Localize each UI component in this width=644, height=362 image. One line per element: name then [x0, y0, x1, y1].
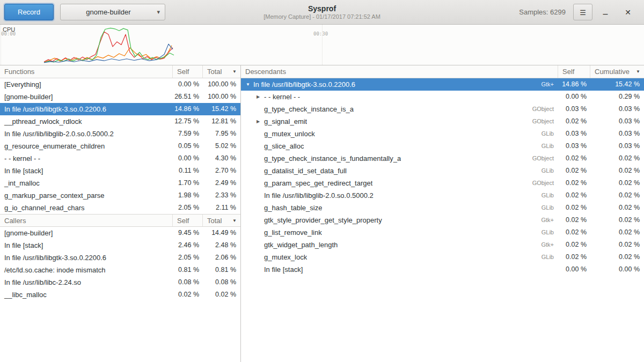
row-function-name: g_mutex_lockGLib: [241, 251, 558, 263]
table-row[interactable]: g_mutex_lockGLib0.02 %0.02 %: [241, 251, 644, 263]
row-cumulative-value: 0.02 %: [590, 177, 644, 189]
cumulative-column-header[interactable]: Cumulative ▼: [590, 65, 644, 78]
row-function-name: __libc_malloc: [0, 289, 173, 301]
row-cumulative-value: 0.00 %: [590, 263, 644, 276]
library-badge: Gtk+: [536, 239, 558, 251]
table-row[interactable]: g_markup_parse_context_parse1.98 %2.33 %: [0, 189, 240, 202]
column-label: Total: [207, 68, 222, 76]
table-row[interactable]: ▼In file /usr/lib/libgtk-3.so.0.2200.6Gt…: [241, 78, 644, 91]
table-row[interactable]: In file [stack]0.11 %2.70 %: [0, 165, 240, 177]
table-row[interactable]: [Everything]0.00 %100.00 %: [0, 78, 240, 91]
row-total-value: 0.02 %: [203, 289, 240, 301]
table-row[interactable]: [gnome-builder]26.51 %100.00 %: [0, 91, 240, 103]
row-self-value: 0.00 %: [558, 91, 590, 103]
table-row[interactable]: __libc_malloc0.02 %0.02 %: [0, 289, 240, 301]
descendants-pane: Descendants Self Cumulative ▼ ▼In file /…: [241, 65, 644, 362]
samples-count: Samples: 6299: [519, 8, 566, 16]
tree-expander-icon[interactable]: ▶: [257, 115, 264, 128]
self-column-header[interactable]: Self: [173, 65, 203, 78]
row-total-value: 14.49 %: [203, 227, 240, 239]
hamburger-menu-button[interactable]: ☰: [573, 4, 592, 20]
cpu-timeline[interactable]: CPU 00:00 00:30: [0, 25, 644, 65]
table-row[interactable]: g_param_spec_get_redirect_targetGObject0…: [241, 177, 644, 189]
table-row[interactable]: In file /usr/lib/libgtk-3.so.0.2200.62.0…: [0, 252, 240, 264]
library-badge: GLib: [536, 165, 558, 177]
row-cumulative-value: 0.03 %: [590, 115, 644, 128]
function-name-label: g_type_check_instance_is_a: [264, 103, 354, 115]
function-name-label: g_param_spec_get_redirect_target: [264, 177, 372, 189]
process-selector-value: gnome-builder: [86, 8, 130, 16]
row-self-value: 7.59 %: [173, 128, 203, 140]
self-column-header[interactable]: Self: [173, 215, 203, 226]
library-badge: GLib: [536, 251, 558, 263]
left-pane: Functions Self Total ▼ [Everything]0.00 …: [0, 65, 241, 362]
library-badge: GObject: [527, 103, 558, 115]
sort-indicator-icon: ▼: [232, 69, 238, 74]
table-row[interactable]: [gnome-builder]9.45 %14.49 %: [0, 227, 240, 239]
process-selector-dropdown[interactable]: gnome-builder ▾: [60, 4, 165, 20]
table-row[interactable]: ▶g_signal_emitGObject0.02 %0.03 %: [241, 115, 644, 128]
timeline-tick-mid: 00:30: [313, 31, 328, 36]
row-self-value: 9.45 %: [173, 227, 203, 239]
table-row[interactable]: g_type_check_instance_is_aGObject0.03 %0…: [241, 103, 644, 115]
table-row[interactable]: ▶- - kernel - -0.00 %0.29 %: [241, 91, 644, 103]
table-row[interactable]: In file /usr/lib/libglib-2.0.so.0.5000.2…: [241, 189, 644, 202]
table-row[interactable]: g_datalist_id_set_data_fullGLib0.02 %0.0…: [241, 165, 644, 177]
table-row[interactable]: g_slice_allocGLib0.03 %0.03 %: [241, 140, 644, 152]
library-badge: GLib: [536, 128, 558, 140]
functions-table: [Everything]0.00 %100.00 %[gnome-builder…: [0, 78, 240, 214]
descendants-table-header: Descendants Self Cumulative ▼: [241, 65, 644, 78]
table-row[interactable]: _int_malloc1.70 %2.49 %: [0, 177, 240, 189]
row-self-value: 0.81 %: [173, 264, 203, 276]
table-row[interactable]: /etc/ld.so.cache: inode mismatch0.81 %0.…: [0, 264, 240, 276]
table-row[interactable]: gtk_style_provider_get_style_propertyGtk…: [241, 214, 644, 226]
callers-table: [gnome-builder]9.45 %14.49 %In file [sta…: [0, 227, 240, 301]
function-name-label: - - kernel - -: [264, 91, 300, 103]
row-function-name: _int_malloc: [0, 177, 173, 189]
table-row[interactable]: In file /usr/lib/libc-2.24.so0.08 %0.08 …: [0, 276, 240, 289]
table-row[interactable]: g_hash_table_sizeGLib0.02 %0.02 %: [241, 202, 644, 214]
row-self-value: 0.03 %: [558, 140, 590, 152]
row-cumulative-value: 0.02 %: [590, 214, 644, 226]
table-row[interactable]: - - kernel - -0.00 %4.30 %: [0, 152, 240, 165]
total-column-header[interactable]: Total ▼: [203, 65, 240, 78]
function-name-label: g_list_remove_link: [264, 226, 322, 239]
table-row[interactable]: In file [stack]2.46 %2.48 %: [0, 239, 240, 252]
tree-expander-icon[interactable]: ▼: [246, 78, 253, 91]
row-self-value: 0.11 %: [173, 165, 203, 177]
row-self-value: 0.08 %: [173, 276, 203, 289]
row-self-value: 0.02 %: [558, 189, 590, 202]
library-badge: GLib: [536, 189, 558, 202]
row-self-value: 1.70 %: [173, 177, 203, 189]
table-row[interactable]: gtk_widget_path_lengthGtk+0.02 %0.02 %: [241, 239, 644, 251]
descendants-column-header[interactable]: Descendants: [241, 65, 558, 78]
tree-expander-icon[interactable]: ▶: [257, 91, 264, 103]
row-self-value: 14.86 %: [558, 78, 590, 91]
total-column-header[interactable]: Total ▼: [203, 215, 240, 226]
row-function-name: In file /usr/lib/libglib-2.0.so.0.5000.2: [0, 128, 173, 140]
close-button[interactable]: ✕: [620, 5, 635, 20]
table-row[interactable]: g_resource_enumerate_children0.05 %5.02 …: [0, 140, 240, 152]
library-badge: GObject: [527, 152, 558, 165]
row-function-name: g_markup_parse_context_parse: [0, 189, 173, 202]
function-name-label: g_hash_table_size: [264, 202, 322, 214]
row-function-name: g_resource_enumerate_children: [0, 140, 173, 152]
callers-column-header[interactable]: Callers: [0, 215, 173, 226]
table-row[interactable]: In file /usr/lib/libglib-2.0.so.0.5000.2…: [0, 128, 240, 140]
row-function-name: [Everything]: [0, 78, 173, 91]
table-row[interactable]: g_io_channel_read_chars2.05 %2.11 %: [0, 202, 240, 214]
table-row[interactable]: In file [stack]0.00 %0.00 %: [241, 263, 644, 276]
record-button[interactable]: Record: [4, 4, 54, 20]
table-row[interactable]: g_type_check_instance_is_fundamentally_a…: [241, 152, 644, 165]
table-row[interactable]: In file /usr/lib/libgtk-3.so.0.2200.614.…: [0, 103, 240, 115]
minimize-button[interactable]: –: [598, 5, 613, 20]
row-self-value: 0.00 %: [558, 263, 590, 276]
functions-column-header[interactable]: Functions: [0, 65, 173, 78]
table-row[interactable]: g_mutex_unlockGLib0.03 %0.03 %: [241, 128, 644, 140]
row-self-value: 2.05 %: [173, 202, 203, 214]
self-column-header[interactable]: Self: [558, 65, 590, 78]
table-row[interactable]: g_list_remove_linkGLib0.02 %0.02 %: [241, 226, 644, 239]
row-self-value: 0.02 %: [558, 202, 590, 214]
row-self-value: 0.02 %: [558, 226, 590, 239]
table-row[interactable]: __pthread_rwlock_rdlock12.75 %12.81 %: [0, 115, 240, 128]
